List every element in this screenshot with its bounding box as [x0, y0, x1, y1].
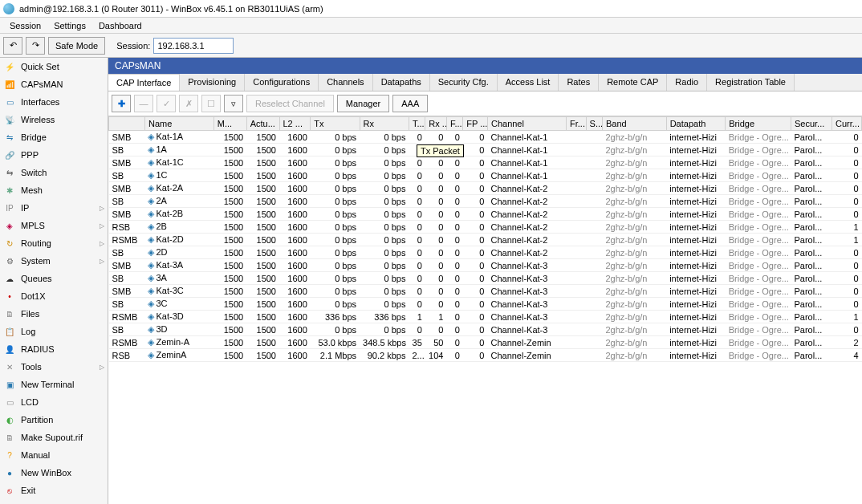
sidebar-icon: ✱ [3, 184, 16, 197]
chevron-right-icon: ▷ [100, 205, 104, 212]
column-header[interactable]: T... [409, 117, 425, 131]
column-header[interactable]: Fr... [567, 117, 587, 131]
table-row[interactable]: RSMB◈Kat-2D1500150016000 bps0 bps0000Cha… [109, 234, 862, 246]
sidebar-item-log[interactable]: 📋Log [0, 323, 108, 340]
tab-remote-cap[interactable]: Remote CAP [599, 74, 667, 91]
interface-grid[interactable]: NameM...Actu...L2 ...TxRxT...Rx ...F...F… [108, 116, 862, 504]
sidebar-icon: 🗎 [3, 307, 16, 320]
column-header[interactable]: Channel [487, 117, 566, 131]
add-button[interactable]: ✚ [112, 95, 131, 112]
table-row[interactable]: SB◈2D1500150016000 bps0 bps0000Channel-K… [109, 246, 862, 259]
sidebar-item-dot1x[interactable]: •Dot1X [0, 287, 108, 305]
disable-button[interactable]: ✗ [179, 95, 198, 112]
table-row[interactable]: SMB◈Kat-2B1500150016000 bps0 bps0000Chan… [109, 208, 862, 221]
table-row[interactable]: RSB◈2B1500150016000 bps0 bps0000Channel-… [109, 221, 862, 234]
remove-button[interactable]: — [134, 95, 153, 112]
table-row[interactable]: SB◈1A1500150016000 bps0 bps00Channel-Kat… [109, 144, 862, 156]
filter-button[interactable]: ▿ [224, 95, 243, 112]
aaa-button[interactable]: AAA [392, 95, 428, 112]
column-header[interactable]: Name [144, 117, 213, 131]
column-header[interactable]: Rx ... [425, 117, 447, 131]
sidebar-item-tools[interactable]: ✕Tools▷ [0, 358, 108, 376]
content-panel: CAPsMAN CAP InterfaceProvisioningConfigu… [108, 58, 862, 504]
sidebar-item-capsman[interactable]: 📶CAPsMAN [0, 75, 108, 93]
column-header[interactable]: L2 ... [279, 117, 311, 131]
tab-registration-table[interactable]: Registration Table [707, 74, 795, 91]
sidebar-item-system[interactable]: ⚙System▷ [0, 252, 108, 270]
menu-session[interactable]: Session [3, 21, 47, 30]
sidebar-item-new-terminal[interactable]: ▣New Terminal [0, 376, 108, 393]
sidebar-item-exit[interactable]: ⎋Exit [0, 482, 108, 499]
tab-cap-interface[interactable]: CAP Interface [108, 74, 180, 91]
sidebar-item-queues[interactable]: ☁Queues [0, 270, 108, 287]
tab-datapaths[interactable]: Datapaths [373, 74, 430, 91]
safemode-button[interactable]: Safe Mode [48, 37, 105, 55]
column-header[interactable]: Tx [311, 117, 360, 131]
column-header[interactable]: Secur... [791, 117, 832, 131]
tab-radio[interactable]: Radio [667, 74, 707, 91]
tab-provisioning[interactable]: Provisioning [180, 74, 245, 91]
sidebar-item-partition[interactable]: ◐Partition [0, 411, 108, 429]
table-row[interactable]: SB◈3C1500150016000 bps0 bps0000Channel-K… [109, 298, 862, 311]
sidebar-icon: ☁ [3, 272, 16, 285]
table-row[interactable]: RSB◈ZeminA1500150016002.1 Mbps90.2 kbps2… [109, 349, 862, 362]
sidebar-item-radius[interactable]: 👤RADIUS [0, 340, 108, 358]
column-header[interactable]: M... [213, 117, 246, 131]
table-row[interactable]: RSMB◈Zemin-A15001500160053.0 kbps348.5 k… [109, 336, 862, 349]
sidebar-item-lcd[interactable]: ▭LCD [0, 393, 108, 411]
tab-configurations[interactable]: Configurations [245, 74, 319, 91]
sidebar-item-mpls[interactable]: ◈MPLS▷ [0, 217, 108, 234]
comment-button[interactable]: ☐ [201, 95, 221, 112]
tab-security-cfg-[interactable]: Security Cfg. [430, 74, 498, 91]
sidebar-icon: 🔗 [3, 148, 16, 161]
sidebar-item-quick-set[interactable]: ⚡Quick Set [0, 58, 108, 75]
column-header[interactable]: S... [586, 117, 602, 131]
tab-access-list[interactable]: Access List [498, 74, 559, 91]
table-row[interactable]: SB◈2A1500150016000 bps0 bps0000Channel-K… [109, 195, 862, 208]
sidebar-item-interfaces[interactable]: ▭Interfaces [0, 93, 108, 111]
undo-button[interactable]: ↶ [3, 37, 22, 55]
sidebar-item-ppp[interactable]: 🔗PPP [0, 146, 108, 164]
table-row[interactable]: RSMB◈Kat-3D150015001600336 bps336 bps110… [109, 311, 862, 323]
sidebar-item-new-winbox[interactable]: ●New WinBox [0, 464, 108, 482]
sidebar-item-switch[interactable]: ⇆Switch [0, 164, 108, 181]
table-row[interactable]: SB◈1C1500150016000 bps0 bps0000Channel-K… [109, 169, 862, 182]
manager-button[interactable]: Manager [337, 95, 389, 112]
tab-channels[interactable]: Channels [319, 74, 372, 91]
tab-rates[interactable]: Rates [559, 74, 599, 91]
column-header[interactable]: Curr... [832, 117, 862, 131]
table-row[interactable]: SB◈3D1500150016000 bps0 bps0000Channel-K… [109, 323, 862, 336]
reselect-channel-button[interactable]: Reselect Channel [246, 95, 334, 112]
tooltip-tx-packet: Tx Packet [417, 144, 464, 157]
column-header[interactable]: Bridge [726, 117, 791, 131]
sidebar-item-wireless[interactable]: 📡Wireless [0, 111, 108, 128]
redo-button[interactable]: ↷ [26, 37, 45, 55]
interface-icon: ◈ [148, 132, 154, 142]
sidebar-item-label: Log [21, 327, 35, 336]
menu-settings[interactable]: Settings [47, 21, 92, 30]
enable-button[interactable]: ✓ [157, 95, 176, 112]
sidebar-item-mesh[interactable]: ✱Mesh [0, 181, 108, 199]
table-row[interactable]: SMB◈Kat-3C1500150016000 bps0 bps0000Chan… [109, 285, 862, 298]
menu-dashboard[interactable]: Dashboard [92, 21, 148, 30]
sidebar-item-files[interactable]: 🗎Files [0, 305, 108, 323]
column-header[interactable]: Band [602, 117, 666, 131]
sidebar-icon: ⚡ [3, 60, 16, 73]
column-header[interactable]: F... [446, 117, 462, 131]
table-row[interactable]: SB◈3A1500150016000 bps0 bps0000Channel-K… [109, 272, 862, 285]
sidebar-item-manual[interactable]: ?Manual [0, 446, 108, 464]
sidebar-item-routing[interactable]: ↻Routing▷ [0, 234, 108, 252]
table-row[interactable]: SMB◈Kat-1C1500150016000 bps0 bps0000Chan… [109, 156, 862, 169]
column-header[interactable]: Rx [360, 117, 409, 131]
column-header[interactable] [109, 117, 145, 131]
column-header[interactable]: Actu... [246, 117, 279, 131]
table-row[interactable]: SMB◈Kat-3A1500150016000 bps0 bps0000Chan… [109, 259, 862, 272]
sidebar-item-bridge[interactable]: ⇋Bridge [0, 128, 108, 146]
column-header[interactable]: FP ... [463, 117, 488, 131]
table-row[interactable]: SMB◈Kat-1A1500150016000 bps0 bps0000Chan… [109, 131, 862, 144]
column-header[interactable]: Datapath [666, 117, 726, 131]
sidebar-item-make-supout-rif[interactable]: 🗎Make Supout.rif [0, 429, 108, 446]
session-input[interactable] [153, 38, 234, 54]
table-row[interactable]: SMB◈Kat-2A1500150016000 bps0 bps0000Chan… [109, 182, 862, 195]
sidebar-item-ip[interactable]: IPIP▷ [0, 199, 108, 217]
